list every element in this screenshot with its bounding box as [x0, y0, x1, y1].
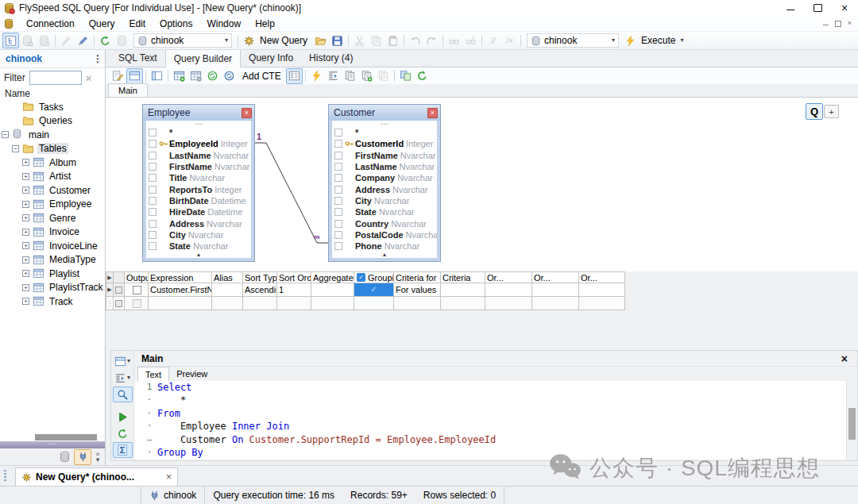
comment-button[interactable]: //: [485, 33, 501, 48]
connection-combo[interactable]: chinook▾: [527, 33, 619, 48]
column-header-grouping[interactable]: ✓Grouping: [354, 271, 394, 283]
refresh-button[interactable]: [97, 33, 114, 48]
filter-input[interactable]: [29, 71, 82, 85]
field-row-lastname[interactable]: LastNameNvarchar: [332, 161, 437, 172]
field-checkbox[interactable]: [149, 186, 157, 194]
cell-expression[interactable]: [149, 297, 212, 310]
row-expand-button[interactable]: [114, 283, 125, 297]
cell-or[interactable]: [579, 297, 625, 310]
tab-query-info[interactable]: Query Info: [241, 50, 301, 67]
sql-editor-scrollbar[interactable]: [846, 381, 857, 460]
open-query-tab[interactable]: New Query* (chinoo... ×: [15, 467, 178, 486]
sql-panel-close-icon[interactable]: ×: [841, 352, 848, 365]
sql-code-editor[interactable]: 1Select· *·From· Employee Inner Join– Cu…: [134, 381, 847, 460]
column-header-sort-type[interactable]: Sort Type: [243, 271, 277, 283]
field-row-reportsto[interactable]: ReportsToInteger: [146, 183, 251, 194]
field-checkbox[interactable]: [149, 174, 157, 182]
expand-icon[interactable]: +: [22, 284, 29, 291]
menu-item-query[interactable]: Query: [82, 18, 122, 29]
cell-criteria[interactable]: [441, 297, 485, 310]
scrollbar-thumb[interactable]: [848, 408, 856, 440]
db-remove-button[interactable]: [36, 33, 52, 48]
expand-icon[interactable]: +: [22, 187, 29, 194]
cell-expression[interactable]: Customer.FirstName: [149, 283, 212, 297]
field-row-[interactable]: *: [332, 127, 437, 138]
db-add-button[interactable]: [19, 33, 36, 48]
menu-item-window[interactable]: Window: [199, 18, 248, 29]
field-row-state[interactable]: StateNvarchar: [332, 206, 437, 217]
sidebar-item-album[interactable]: +Album: [0, 156, 105, 170]
tab-history-4[interactable]: History (4): [301, 50, 361, 67]
table-card-employee[interactable]: Employee × ⋯ *EmployeeIdIntegerLastNameN…: [142, 104, 255, 262]
mdi-minimize-button[interactable]: [823, 21, 829, 25]
field-row-postalcode[interactable]: PostalCodeNvarchar: [332, 229, 437, 240]
add-object-button[interactable]: +: [824, 105, 839, 118]
table-card-customer[interactable]: Customer × ⋯ *CustomerIdIntegerFirstName…: [328, 104, 441, 262]
field-checkbox[interactable]: [334, 174, 342, 182]
sidebar-scrollbar-thumb[interactable]: [35, 434, 97, 441]
sidebar-item-playlisttrack[interactable]: +PlaylistTrack: [0, 281, 105, 295]
uncomment-button[interactable]: /×: [501, 33, 518, 48]
sidebar-item-playlist[interactable]: +Playlist: [0, 267, 105, 281]
field-row-city[interactable]: CityNvarchar: [146, 229, 251, 240]
field-checkbox[interactable]: [334, 197, 342, 205]
sidebar-splitter[interactable]: ⋯: [0, 441, 105, 448]
mdi-restore-button[interactable]: [835, 21, 841, 27]
field-checkbox[interactable]: [149, 197, 157, 205]
sql-tab-text[interactable]: Text: [137, 367, 169, 381]
cell-criteria[interactable]: [441, 283, 485, 297]
cell-or[interactable]: [532, 297, 579, 310]
field-row-firstname[interactable]: FirstNameNvarchar: [332, 150, 437, 161]
row-marker[interactable]: ▶: [106, 283, 114, 297]
menu-item-connection[interactable]: Connection: [19, 18, 82, 29]
expand-icon[interactable]: +: [22, 159, 29, 166]
field-checkbox[interactable]: [149, 152, 157, 160]
sidebar-item-artist[interactable]: +Artist: [0, 170, 105, 184]
column-header-or[interactable]: Or...: [485, 271, 532, 283]
copy-button[interactable]: [368, 33, 385, 48]
field-row-hiredate[interactable]: HireDateDatetime: [146, 206, 251, 217]
sidebar-item-tasks[interactable]: Tasks: [0, 100, 105, 114]
play-button[interactable]: [113, 409, 133, 425]
table-card-close-icon[interactable]: ×: [427, 108, 438, 118]
table-card-close-icon[interactable]: ×: [242, 108, 252, 118]
table-card-header[interactable]: Customer ×: [329, 105, 440, 121]
cell-criteria-for[interactable]: For values: [394, 283, 441, 297]
column-header-or[interactable]: Or...: [579, 271, 625, 283]
panels-button[interactable]: [397, 68, 414, 84]
pencil-paper-button[interactable]: [110, 68, 126, 84]
refresh-button[interactable]: [414, 68, 431, 84]
field-checkbox[interactable]: [334, 231, 342, 239]
column-header-alias[interactable]: Alias: [212, 271, 243, 283]
sidebar-item-main[interactable]: −main: [0, 128, 105, 142]
sidebar-item-invoiceline[interactable]: +InvoiceLine: [0, 239, 105, 253]
sidebar-item-employee[interactable]: +Employee: [0, 198, 105, 212]
query-diagram-canvas[interactable]: 1 ∞ Employee × ⋯ *EmployeeIdIntegerLastN…: [106, 98, 858, 271]
scroll-down-indicator[interactable]: ▴: [146, 252, 251, 258]
field-row-[interactable]: *: [146, 127, 251, 138]
field-checkbox[interactable]: [334, 242, 342, 250]
column-header-aggregate[interactable]: Aggregate: [311, 271, 354, 283]
pencil-blue-button[interactable]: [75, 33, 91, 48]
gear-button[interactable]: New Query: [241, 33, 312, 48]
copy-dim-button[interactable]: [375, 68, 392, 84]
cell-or[interactable]: [579, 283, 625, 297]
tab-sql-text[interactable]: SQL Text: [110, 50, 165, 67]
tab-main[interactable]: Main: [108, 83, 148, 97]
field-row-city[interactable]: CityNvarchar: [332, 195, 437, 206]
quick-search-button[interactable]: Q: [806, 103, 823, 120]
field-checkbox[interactable]: [149, 129, 157, 137]
find-next-button[interactable]: [462, 33, 479, 48]
expand-icon[interactable]: +: [22, 229, 29, 236]
query-tab-close-icon[interactable]: ×: [166, 471, 172, 483]
cell-sort-order[interactable]: 1: [277, 283, 311, 297]
refresh-button[interactable]: [113, 425, 133, 441]
drag-handle[interactable]: [4, 470, 6, 483]
mdi-close-button[interactable]: ×: [848, 20, 852, 27]
sidebar-item-invoice[interactable]: +Invoice: [0, 225, 105, 240]
field-row-customerid[interactable]: CustomerIdInteger: [332, 138, 437, 149]
table-add-button[interactable]: [171, 68, 187, 84]
h-panels-button[interactable]: [126, 68, 143, 84]
field-checkbox[interactable]: [334, 220, 342, 228]
indent-button[interactable]: [325, 68, 342, 84]
